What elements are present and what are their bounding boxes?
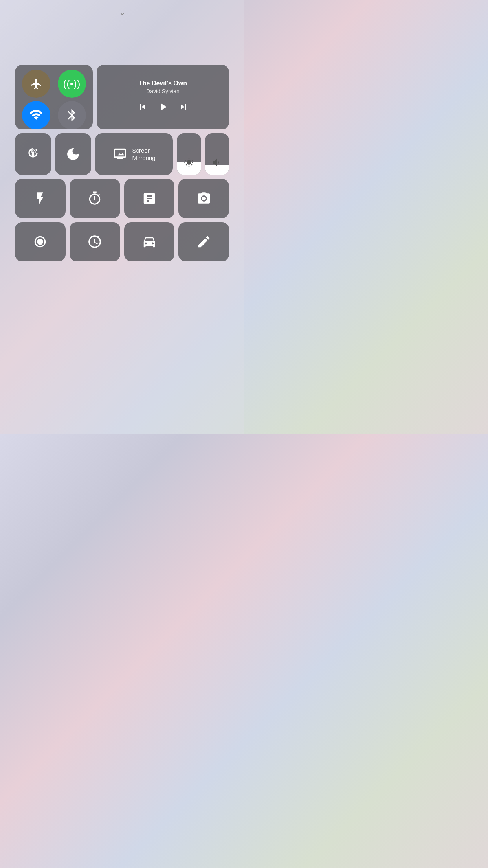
play-button[interactable] [157, 101, 169, 115]
camera-button[interactable] [178, 179, 229, 218]
row-3 [15, 179, 229, 218]
wifi-button[interactable] [22, 101, 50, 129]
music-artist: David Sylvian [139, 88, 187, 94]
timer-icon [87, 191, 102, 206]
prev-icon [137, 101, 148, 112]
calculator-button[interactable] [124, 179, 175, 218]
notes-icon [196, 234, 211, 249]
connectivity-tile: ((•)) [15, 65, 93, 129]
airplane-icon [30, 77, 42, 90]
music-info: The Devil's Own David Sylvian [139, 79, 187, 95]
brightness-slider[interactable] [177, 133, 201, 175]
prev-button[interactable] [137, 101, 148, 114]
bluetooth-icon [65, 108, 79, 122]
svg-point-5 [97, 236, 99, 238]
next-icon [178, 101, 189, 112]
screen-mirror-label: Screen Mirroring [132, 147, 155, 162]
svg-rect-1 [32, 154, 35, 157]
next-button[interactable] [178, 101, 189, 114]
volume-slider[interactable] [205, 133, 229, 175]
row-2: Screen Mirroring [15, 133, 229, 175]
do-not-disturb-button[interactable] [55, 133, 91, 175]
clock-icon [87, 234, 102, 249]
notes-button[interactable] [178, 222, 229, 261]
play-icon [157, 101, 169, 113]
timer-button[interactable] [70, 179, 120, 218]
row-1: ((•)) The Devil's Own David Sylvian [15, 65, 229, 129]
screen-mirroring-button[interactable]: Screen Mirroring [95, 133, 173, 175]
rotation-lock-icon [25, 146, 41, 162]
brightness-icon [183, 157, 194, 170]
svg-point-3 [37, 239, 43, 245]
record-icon [33, 234, 48, 249]
volume-icon [211, 157, 222, 170]
row-4 [15, 222, 229, 261]
car-icon [142, 234, 157, 249]
cellular-signal: ((•)) [63, 78, 81, 90]
calculator-icon [142, 191, 157, 206]
speaker-icon [211, 157, 222, 168]
clock-button[interactable] [70, 222, 120, 261]
wifi-icon [29, 108, 44, 123]
control-center: ((•)) The Devil's Own David Sylvian [15, 65, 229, 261]
cellular-button[interactable]: ((•)) [58, 70, 86, 98]
bluetooth-button[interactable] [58, 101, 86, 129]
svg-point-0 [32, 151, 35, 154]
music-controls [137, 101, 189, 115]
rotation-lock-button[interactable] [15, 133, 51, 175]
camera-icon [196, 191, 211, 206]
svg-point-4 [91, 236, 93, 238]
moon-icon [65, 146, 81, 162]
car-button[interactable] [124, 222, 175, 261]
sun-icon [183, 157, 194, 168]
flashlight-icon [33, 191, 48, 206]
dismiss-handle[interactable]: ⌄ [119, 7, 126, 17]
music-title: The Devil's Own [139, 79, 187, 88]
flashlight-button[interactable] [15, 179, 66, 218]
airplane-mode-button[interactable] [22, 70, 50, 98]
screen-mirror-icon [112, 147, 127, 162]
screen-record-button[interactable] [15, 222, 66, 261]
music-tile[interactable]: The Devil's Own David Sylvian [97, 65, 229, 129]
